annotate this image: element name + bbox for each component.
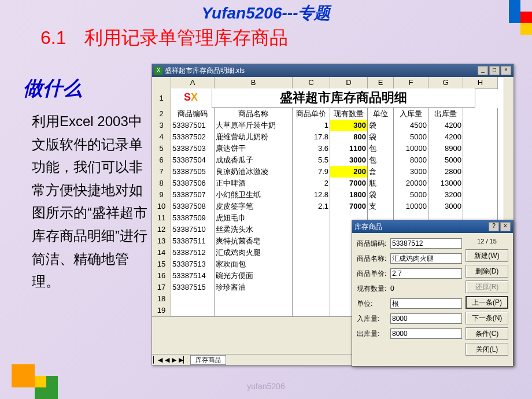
- cell[interactable]: 良凉奶油冰激凌: [215, 166, 293, 178]
- col-header[interactable]: F: [394, 77, 428, 89]
- cell[interactable]: 袋: [368, 120, 394, 132]
- cell[interactable]: 3000: [428, 201, 463, 213]
- cell[interactable]: 53387514: [171, 270, 215, 282]
- row-header[interactable]: 12: [152, 224, 171, 236]
- cell[interactable]: [215, 305, 293, 317]
- cell[interactable]: 3200: [428, 189, 463, 201]
- cell[interactable]: 爽特抗菌香皂: [215, 235, 293, 247]
- cell[interactable]: [293, 270, 330, 282]
- col-header[interactable]: D: [330, 77, 368, 89]
- cell[interactable]: 4500: [394, 120, 428, 132]
- cell[interactable]: 2800: [428, 166, 463, 178]
- row-header[interactable]: 4: [152, 131, 171, 143]
- cell[interactable]: 5000: [428, 154, 463, 167]
- sheet-title[interactable]: 盛祥超市库存商品明细: [212, 88, 475, 108]
- cell[interactable]: 300: [330, 120, 368, 132]
- logo-cell[interactable]: SX: [171, 88, 212, 109]
- table-header[interactable]: 现有数量: [330, 108, 368, 120]
- row-header[interactable]: 6: [152, 154, 171, 167]
- col-header[interactable]: A: [171, 77, 215, 89]
- form-close-button[interactable]: ×: [500, 222, 511, 231]
- form-button[interactable]: 下一条(N): [466, 312, 508, 324]
- form-button[interactable]: 上一条(P): [466, 296, 508, 309]
- cell[interactable]: 7000: [330, 178, 368, 190]
- form-button[interactable]: 还原(R): [466, 280, 508, 293]
- cell[interactable]: [293, 282, 330, 294]
- row-header[interactable]: 1: [152, 88, 171, 109]
- col-header[interactable]: G: [428, 77, 463, 89]
- form-input[interactable]: [390, 313, 462, 324]
- cell[interactable]: [293, 293, 330, 305]
- cell[interactable]: 4200: [428, 131, 463, 143]
- cell[interactable]: [293, 224, 330, 236]
- row-header[interactable]: 17: [152, 282, 171, 294]
- cell[interactable]: 汇成鸡肉火腿: [215, 247, 293, 259]
- cell[interactable]: [293, 247, 330, 259]
- cell[interactable]: 1800: [330, 189, 368, 201]
- table-header[interactable]: 入库量: [394, 108, 428, 120]
- cell[interactable]: 10000: [394, 201, 428, 213]
- row-header[interactable]: 16: [152, 270, 171, 282]
- cell[interactable]: 家欢面包: [215, 258, 293, 271]
- form-input[interactable]: [390, 298, 462, 309]
- cell[interactable]: 1: [293, 120, 330, 132]
- cell[interactable]: [215, 293, 293, 305]
- row-header[interactable]: 2: [152, 108, 171, 120]
- table-header[interactable]: 商品名称: [215, 108, 293, 120]
- close-button[interactable]: ×: [501, 66, 511, 75]
- row-header[interactable]: 18: [152, 293, 171, 305]
- cell[interactable]: 53387502: [171, 131, 215, 143]
- cell[interactable]: [463, 120, 498, 132]
- cell[interactable]: 7.9: [293, 166, 330, 178]
- cell[interactable]: 53387512: [171, 247, 215, 259]
- form-input[interactable]: [390, 268, 462, 279]
- cell[interactable]: [463, 131, 498, 143]
- cell[interactable]: [463, 166, 498, 178]
- cell[interactable]: 包: [368, 143, 394, 155]
- cell[interactable]: 2: [293, 178, 330, 190]
- row-header[interactable]: 15: [152, 258, 171, 271]
- cell[interactable]: 53387508: [171, 201, 215, 213]
- cell[interactable]: 小幻熊卫生纸: [215, 189, 293, 201]
- cell[interactable]: 大草原半斤装牛奶: [215, 120, 293, 132]
- cell[interactable]: 53387513: [171, 258, 215, 271]
- cell[interactable]: 53387501: [171, 120, 215, 132]
- col-header[interactable]: E: [368, 77, 394, 89]
- cell[interactable]: 4200: [428, 120, 463, 132]
- cell[interactable]: 3.6: [293, 143, 330, 155]
- cell[interactable]: 2.1: [293, 201, 330, 213]
- cell[interactable]: 皮皮签字笔: [215, 201, 293, 213]
- cell[interactable]: [293, 212, 330, 224]
- cell[interactable]: 1100: [330, 143, 368, 155]
- form-button[interactable]: 关闭(L): [466, 343, 508, 356]
- cell[interactable]: [293, 258, 330, 271]
- col-header[interactable]: H: [463, 77, 498, 89]
- row-header[interactable]: 11: [152, 212, 171, 224]
- cell[interactable]: 53387507: [171, 189, 215, 201]
- cell[interactable]: 8900: [428, 143, 463, 155]
- row-header[interactable]: 19: [152, 305, 171, 317]
- cell[interactable]: 8000: [394, 154, 428, 167]
- cell[interactable]: 支: [368, 201, 394, 213]
- sheet-tab[interactable]: 库存商品: [190, 355, 226, 365]
- maximize-button[interactable]: □: [489, 66, 500, 75]
- cell[interactable]: 5.5: [293, 154, 330, 167]
- form-help-button[interactable]: ?: [489, 222, 499, 231]
- cell[interactable]: [171, 293, 215, 305]
- row-header[interactable]: 9: [152, 189, 171, 201]
- cell[interactable]: 碗光方便面: [215, 270, 293, 282]
- cell[interactable]: [293, 235, 330, 247]
- cell[interactable]: 800: [330, 131, 368, 143]
- cell[interactable]: 17.8: [293, 131, 330, 143]
- cell[interactable]: 7000: [330, 201, 368, 213]
- row-header[interactable]: 8: [152, 178, 171, 190]
- cell[interactable]: 包: [368, 154, 394, 167]
- table-header[interactable]: 商品单价: [293, 108, 330, 120]
- cell[interactable]: 珍珍酱油: [215, 282, 293, 294]
- cell[interactable]: 20000: [394, 178, 428, 190]
- cell[interactable]: 瓶: [368, 178, 394, 190]
- tab-nav-last[interactable]: ▶▏: [178, 356, 189, 364]
- cell[interactable]: 盒: [368, 166, 394, 178]
- table-header[interactable]: 商品编码: [171, 108, 215, 120]
- cell[interactable]: [293, 305, 330, 317]
